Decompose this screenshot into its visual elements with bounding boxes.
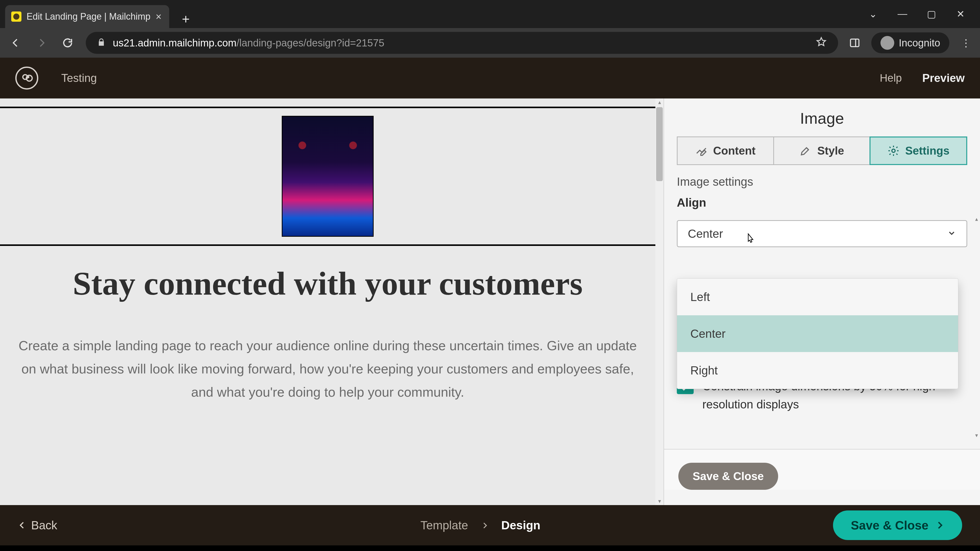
maximize-icon[interactable]: ▢ — [927, 8, 936, 20]
editor-canvas: Stay connected with your customers Creat… — [0, 98, 663, 505]
panel-title: Image — [664, 98, 980, 137]
lock-icon — [97, 37, 106, 49]
mailchimp-logo[interactable] — [15, 67, 38, 89]
canvas-scrollbar[interactable]: ▴ ▾ — [655, 98, 663, 505]
forward-button[interactable] — [34, 35, 49, 51]
tab-style[interactable]: Style — [774, 137, 870, 165]
chevron-right-icon — [481, 518, 488, 532]
browser-menu-icon[interactable]: ⋮ — [959, 37, 972, 49]
tab-content-label: Content — [713, 144, 756, 157]
mailchimp-favicon — [11, 11, 21, 22]
bookmark-icon[interactable] — [816, 36, 827, 50]
panel-save-close-label: Save & Close — [693, 470, 764, 483]
image-block[interactable] — [0, 108, 655, 245]
panel-tabs: Content Style Settings — [664, 137, 980, 165]
scroll-down-icon[interactable]: ▾ — [658, 497, 661, 505]
project-name[interactable]: Testing — [61, 72, 97, 84]
new-tab-button[interactable]: + — [177, 10, 195, 28]
headline-text[interactable]: Stay connected with your customers — [0, 246, 655, 316]
tab-title: Edit Landing Page | Mailchimp — [27, 11, 151, 22]
address-bar[interactable]: us21.admin.mailchimp.com/landing-pages/d… — [86, 32, 838, 54]
tab-search-icon[interactable]: ⌄ — [869, 8, 877, 20]
align-dropdown: Left Center Right — [677, 278, 958, 389]
scroll-up-icon[interactable]: ▴ — [658, 98, 661, 106]
step-breadcrumb: Template Design — [420, 518, 540, 532]
minimize-icon[interactable]: — — [897, 8, 907, 20]
incognito-label: Incognito — [899, 37, 940, 49]
reload-button[interactable] — [60, 35, 76, 51]
align-option-left[interactable]: Left — [677, 279, 958, 315]
tab-style-label: Style — [817, 144, 844, 157]
align-option-center[interactable]: Center — [677, 315, 958, 352]
browser-toolbar: us21.admin.mailchimp.com/landing-pages/d… — [0, 28, 980, 58]
tab-settings[interactable]: Settings — [870, 137, 967, 165]
footer-save-close-label: Save & Close — [851, 518, 928, 532]
scroll-thumb[interactable] — [656, 107, 663, 181]
url-text: us21.admin.mailchimp.com/landing-pages/d… — [113, 37, 808, 49]
close-tab-icon[interactable]: × — [156, 11, 162, 22]
image-thumbnail[interactable] — [282, 116, 374, 237]
preview-link[interactable]: Preview — [922, 72, 965, 84]
incognito-icon — [880, 36, 894, 50]
section-heading: Image settings — [664, 165, 980, 196]
body-text[interactable]: Create a simple landing page to reach yo… — [0, 316, 655, 414]
align-option-right[interactable]: Right — [677, 352, 958, 389]
footer-save-close-button[interactable]: Save & Close — [833, 510, 962, 540]
side-panel-icon[interactable] — [848, 37, 861, 49]
align-select[interactable]: Center — [677, 220, 967, 247]
tab-settings-label: Settings — [905, 144, 950, 157]
editor-footer: Back Template Design Save & Close — [0, 505, 980, 545]
os-taskbar — [0, 545, 980, 551]
panel-save-close-button[interactable]: Save & Close — [678, 463, 778, 490]
window-controls: ⌄ — ▢ ✕ — [869, 8, 980, 20]
footer-back-button[interactable]: Back — [18, 518, 57, 532]
properties-panel: Image Content Style Settings Image setti… — [663, 98, 980, 505]
close-window-icon[interactable]: ✕ — [956, 8, 965, 20]
panel-scrollbar[interactable]: ▴ ▾ — [973, 216, 980, 439]
svg-point-4 — [892, 149, 895, 152]
help-link[interactable]: Help — [880, 72, 902, 84]
browser-tab[interactable]: Edit Landing Page | Mailchimp × — [5, 5, 169, 28]
step-design[interactable]: Design — [501, 518, 540, 532]
svg-rect-0 — [850, 39, 859, 46]
panel-scroll-down-icon[interactable]: ▾ — [975, 432, 978, 439]
align-select-value: Center — [688, 227, 723, 241]
panel-scroll-up-icon[interactable]: ▴ — [975, 216, 978, 222]
incognito-indicator[interactable]: Incognito — [871, 32, 950, 53]
app-header: Testing Help Preview — [0, 58, 980, 98]
tab-content[interactable]: Content — [677, 137, 774, 165]
browser-titlebar: Edit Landing Page | Mailchimp × + ⌄ — ▢ … — [0, 0, 980, 28]
align-label: Align — [677, 196, 967, 210]
back-button[interactable] — [8, 35, 24, 51]
footer-back-label: Back — [31, 518, 57, 532]
svg-point-3 — [27, 76, 29, 78]
step-template[interactable]: Template — [420, 518, 468, 532]
cursor-pointer-icon — [745, 233, 756, 244]
chevron-down-icon — [947, 227, 956, 241]
